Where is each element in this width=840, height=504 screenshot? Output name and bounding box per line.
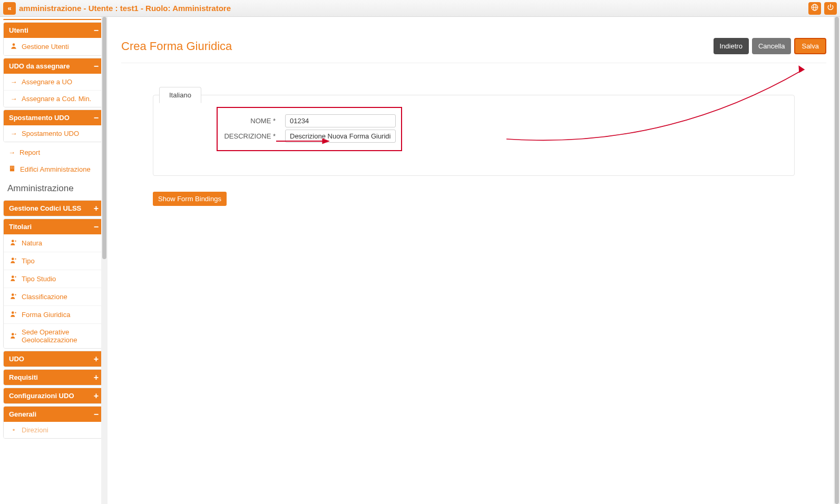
- menu-tipo[interactable]: Tipo: [4, 252, 104, 270]
- menu-classificazione[interactable]: Classificazione: [4, 288, 104, 306]
- svg-rect-5: [11, 167, 12, 167]
- user-icon: [10, 274, 17, 283]
- panel-title: Configurazioni UDO: [9, 392, 74, 400]
- sidebar-collapsed-stub[interactable]: [3, 19, 104, 21]
- panel-title: Titolari: [9, 223, 32, 231]
- panel-generali: Generali − •Direzioni: [3, 406, 104, 439]
- minus-icon: −: [94, 64, 99, 69]
- svg-rect-7: [11, 168, 12, 169]
- menu-tipo-studio[interactable]: Tipo Studio: [4, 270, 104, 288]
- page-title: Crea Forma Giuridica: [121, 39, 232, 53]
- user-icon: [10, 292, 17, 301]
- chevron-left-icon: «: [7, 4, 11, 12]
- menu-label: Tipo: [22, 257, 35, 265]
- menu-sede-operative[interactable]: Sede Operative Geolocalizzazione: [4, 324, 104, 348]
- arrow-right-icon: →: [8, 149, 15, 156]
- menu-label: Gestione Utenti: [22, 43, 69, 51]
- svg-rect-8: [13, 168, 13, 169]
- user-icon: [10, 310, 17, 319]
- salva-button[interactable]: Salva: [794, 38, 826, 54]
- menu-edifici-amministrazione[interactable]: Edifici Amministrazione: [3, 161, 104, 178]
- panel-title: Generali: [9, 410, 36, 418]
- plus-icon: +: [94, 393, 99, 399]
- svg-point-13: [12, 275, 14, 278]
- descrizione-input[interactable]: [285, 130, 396, 143]
- user-icon: [10, 332, 17, 341]
- descrizione-label: DESCRIZIONE *: [223, 132, 276, 140]
- panel-header-generali[interactable]: Generali −: [4, 407, 104, 422]
- menu-label: Assegnare a Cod. Min.: [22, 95, 91, 103]
- menu-gestione-utenti[interactable]: Gestione Utenti: [4, 38, 104, 55]
- sidebar-scrollbar[interactable]: [101, 17, 108, 504]
- power-button[interactable]: [824, 2, 837, 15]
- menu-natura[interactable]: Natura: [4, 234, 104, 252]
- nome-input[interactable]: [285, 114, 396, 127]
- menu-forma-giuridica[interactable]: Forma Giuridica: [4, 306, 104, 324]
- menu-assegnare-cod-min[interactable]: → Assegnare a Cod. Min.: [4, 91, 104, 107]
- panel-title: Utenti: [9, 26, 28, 34]
- menu-label: Natura: [22, 239, 42, 247]
- panel-header-udo-assegnare[interactable]: UDO da assegnare −: [4, 58, 104, 74]
- svg-point-16: [15, 294, 16, 295]
- svg-point-3: [13, 43, 15, 46]
- svg-point-11: [12, 258, 14, 260]
- bullet-icon: •: [10, 426, 17, 434]
- menu-label: Forma Giuridica: [22, 311, 70, 319]
- svg-rect-6: [13, 167, 13, 167]
- menu-label: Edifici Amministrazione: [20, 165, 91, 173]
- svg-point-20: [15, 333, 16, 334]
- arrow-right-icon: →: [10, 95, 17, 103]
- language-button[interactable]: [808, 2, 821, 15]
- panel-configurazioni-udo: Configurazioni UDO +: [3, 388, 104, 404]
- menu-label: Classificazione: [22, 293, 67, 301]
- globe-icon: [811, 4, 818, 13]
- main-content: Crea Forma Giuridica Indietro Cancella S…: [108, 17, 840, 504]
- svg-point-19: [12, 333, 14, 335]
- menu-label: Spostamento UDO: [22, 130, 79, 137]
- plus-icon: +: [94, 375, 99, 380]
- menu-label: Report: [19, 149, 40, 156]
- panel-header-codici-ulss[interactable]: Gestione Codici ULSS +: [4, 201, 104, 216]
- menu-spostamento-udo[interactable]: → Spostamento UDO: [4, 125, 104, 142]
- panel-header-spostamento[interactable]: Spostamento UDO −: [4, 110, 104, 125]
- user-icon: [10, 42, 17, 51]
- show-form-bindings-button[interactable]: Show Form Bindings: [153, 192, 227, 206]
- plus-icon: +: [94, 357, 99, 362]
- menu-assegnare-uo[interactable]: → Assegnare a UO: [4, 74, 104, 91]
- panel-header-utenti[interactable]: Utenti −: [4, 23, 104, 38]
- annotation-highlight-box: NOME * DESCRIZIONE *: [217, 107, 402, 151]
- form-card: Italiano NOME * DESCRIZIONE *: [153, 95, 795, 176]
- panel-titolari: Titolari − Natura Tipo Tipo Studio Class…: [3, 219, 104, 349]
- menu-label: Direzioni: [22, 426, 48, 434]
- scrollbar-thumb[interactable]: [835, 17, 839, 504]
- panel-requisiti: Requisiti +: [3, 369, 104, 386]
- panel-title: UDO da assegnare: [9, 62, 70, 70]
- building-icon: [8, 165, 16, 174]
- panel-header-titolari[interactable]: Titolari −: [4, 219, 104, 234]
- minus-icon: −: [94, 115, 99, 121]
- section-amministrazione: Amministrazione: [3, 178, 104, 200]
- svg-point-12: [15, 259, 16, 260]
- panel-header-udo[interactable]: UDO +: [4, 351, 104, 367]
- arrow-right-icon: →: [10, 130, 17, 137]
- panel-title: Gestione Codici ULSS: [9, 204, 81, 212]
- main-scrollbar[interactable]: [834, 17, 840, 504]
- panel-title: UDO: [9, 355, 24, 363]
- menu-report[interactable]: → Report: [3, 144, 104, 161]
- panel-header-requisiti[interactable]: Requisiti +: [4, 370, 104, 385]
- panel-title: Spostamento UDO: [9, 114, 70, 122]
- top-bar: « amministrazione - Utente : test1 - Ruo…: [0, 0, 840, 17]
- svg-point-14: [15, 276, 16, 278]
- collapse-sidebar-button[interactable]: «: [3, 2, 16, 15]
- menu-direzioni[interactable]: •Direzioni: [4, 422, 104, 438]
- indietro-button[interactable]: Indietro: [714, 38, 749, 54]
- cancella-button[interactable]: Cancella: [752, 38, 792, 54]
- scrollbar-thumb[interactable]: [102, 17, 106, 259]
- tab-italiano[interactable]: Italiano: [159, 87, 201, 103]
- panel-udo: UDO +: [3, 351, 104, 367]
- svg-point-18: [15, 312, 16, 313]
- panel-gestione-codici-ulss: Gestione Codici ULSS +: [3, 200, 104, 216]
- minus-icon: −: [94, 412, 99, 417]
- panel-header-config-udo[interactable]: Configurazioni UDO +: [4, 388, 104, 403]
- sidebar: Utenti − Gestione Utenti UDO da assegnar…: [0, 17, 108, 504]
